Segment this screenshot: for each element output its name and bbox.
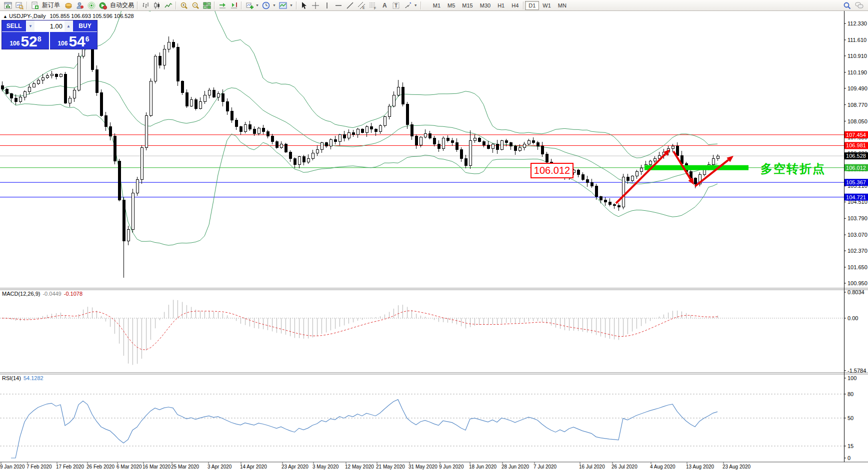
svg-text:13 Aug 2020: 13 Aug 2020 xyxy=(686,464,714,470)
chart-shift-icon[interactable] xyxy=(230,1,238,9)
svg-text:0: 0 xyxy=(848,455,850,461)
sell-button-label: SELL xyxy=(6,22,22,29)
volume-increase-button[interactable]: ▲ xyxy=(64,20,72,31)
arrows-dropdown-caret[interactable]: ▼ xyxy=(414,3,418,7)
periods-dropdown-caret[interactable]: ▼ xyxy=(272,3,276,7)
buy-button-label: BUY xyxy=(78,22,91,29)
chart-canvas[interactable]: 112.330111.610110.910110.190109.490108.7… xyxy=(0,0,868,470)
search-icon[interactable] xyxy=(842,1,851,9)
svg-text:23 Apr 2020: 23 Apr 2020 xyxy=(282,464,308,470)
line-chart-type-icon[interactable] xyxy=(164,1,172,9)
autotrade-label[interactable]: 自动交易 xyxy=(110,1,134,9)
periods-clock-icon[interactable] xyxy=(262,1,270,9)
tf-h4[interactable]: H4 xyxy=(508,1,522,10)
toolbar-separator xyxy=(241,1,242,9)
svg-text:21 May 2020: 21 May 2020 xyxy=(376,464,405,470)
svg-text:107.454: 107.454 xyxy=(846,132,866,138)
tf-mn[interactable]: MN xyxy=(554,1,570,10)
signals-icon[interactable] xyxy=(87,1,96,9)
svg-text:26 Feb 2020: 26 Feb 2020 xyxy=(86,464,115,470)
toolbar-separator xyxy=(176,1,176,9)
text-label-tool-icon[interactable]: T xyxy=(392,1,400,9)
svg-text:7 Jul 2020: 7 Jul 2020 xyxy=(534,464,557,470)
toolbar-separator xyxy=(523,1,524,9)
svg-text:16 Mar 2020: 16 Mar 2020 xyxy=(142,464,171,470)
template-dropdown-caret[interactable]: ▼ xyxy=(290,3,293,7)
tf-m1[interactable]: M1 xyxy=(430,1,444,10)
tf-h1[interactable]: H1 xyxy=(494,1,508,10)
indicator-dropdown-caret[interactable]: ▼ xyxy=(256,3,259,7)
svg-text:103.070: 103.070 xyxy=(848,232,868,238)
text-tool-icon[interactable]: A xyxy=(380,1,389,9)
tf-m15[interactable]: M15 xyxy=(458,1,476,10)
sell-price-sup: 8 xyxy=(38,35,42,43)
tf-w1[interactable]: W1 xyxy=(539,1,554,10)
svg-text:17 Feb 2020: 17 Feb 2020 xyxy=(56,464,84,470)
svg-text:14 Apr 2020: 14 Apr 2020 xyxy=(240,464,267,470)
toolbar-separator xyxy=(296,1,297,9)
horizontal-line-tool-icon[interactable] xyxy=(334,1,343,9)
trendline-tool-icon[interactable] xyxy=(346,1,354,9)
sell-price[interactable]: 106 52 8 xyxy=(2,32,50,50)
svg-text:100.950: 100.950 xyxy=(848,280,868,286)
chart-template-icon[interactable] xyxy=(279,1,288,9)
svg-text:0.00: 0.00 xyxy=(848,315,858,321)
tf-d1[interactable]: D1 xyxy=(525,1,539,10)
svg-text:-1.5784: -1.5784 xyxy=(848,368,866,374)
svg-text:3 May 2020: 3 May 2020 xyxy=(312,464,339,470)
svg-text:111.610: 111.610 xyxy=(848,37,866,43)
macd-indicator-label: MACD(12,26,9)-0.0449-0.1078 xyxy=(2,291,82,297)
tf-m5[interactable]: M5 xyxy=(444,1,458,10)
svg-text:110.910: 110.910 xyxy=(848,53,867,59)
buy-price[interactable]: 106 54 6 xyxy=(50,32,97,50)
rsi-value: 54.1282 xyxy=(24,375,44,381)
toolbar-group-services: 自动交易 xyxy=(62,0,136,11)
new-chart-window-icon[interactable] xyxy=(4,1,12,9)
sell-button[interactable]: SELL xyxy=(2,20,26,31)
market-icon[interactable] xyxy=(64,1,72,9)
chat-icon[interactable] xyxy=(855,1,864,9)
turning-point-annotation[interactable]: 多空转折点 xyxy=(760,161,826,177)
vertical-line-tool-icon[interactable] xyxy=(323,1,332,9)
sell-price-big: 52 xyxy=(20,34,37,49)
rsi-name: RSI(14) xyxy=(2,375,21,381)
fibo-glyph: F xyxy=(374,6,376,9)
buy-button[interactable]: BUY xyxy=(73,20,97,31)
label-glyph: T xyxy=(394,3,398,8)
svg-text:50: 50 xyxy=(848,415,854,421)
symbol-name: USDJPY-,Daily xyxy=(9,13,46,19)
new-order-label: 新订单 xyxy=(42,1,60,9)
svg-text:25 Mar 2020: 25 Mar 2020 xyxy=(171,464,200,470)
svg-text:105.367: 105.367 xyxy=(846,179,866,185)
tf-m30[interactable]: M30 xyxy=(476,1,494,10)
cursor-icon[interactable] xyxy=(300,1,308,9)
new-order-button[interactable]: 新订单 xyxy=(28,0,62,11)
crosshair-icon[interactable] xyxy=(312,1,320,9)
svg-text:80: 80 xyxy=(848,391,854,397)
svg-text:9 Jun 2020: 9 Jun 2020 xyxy=(439,464,464,470)
svg-text:106.528: 106.528 xyxy=(846,153,866,159)
candlestick-chart-type-icon[interactable] xyxy=(152,1,161,9)
toolbar-separator xyxy=(137,1,138,9)
arrows-tool-icon[interactable] xyxy=(404,1,412,9)
volume-input[interactable]: 1.00 xyxy=(34,22,64,30)
zoom-out-icon[interactable] xyxy=(191,1,200,9)
autotrade-icon[interactable] xyxy=(98,1,107,9)
tile-windows-icon[interactable] xyxy=(202,1,211,9)
expert-advisor-icon[interactable] xyxy=(76,1,84,9)
svg-text:109.490: 109.490 xyxy=(848,85,868,91)
zoom-in-icon[interactable] xyxy=(180,1,188,9)
toolbar-separator xyxy=(214,1,215,9)
fibonacci-tool-icon[interactable]: F xyxy=(369,1,378,9)
symbol-marker-icon: ▲ xyxy=(3,14,8,19)
rsi-indicator-label: RSI(14)54.1282 xyxy=(2,375,44,381)
svg-text:100: 100 xyxy=(848,375,856,381)
bar-chart-type-icon[interactable] xyxy=(141,1,150,9)
price-level-callout[interactable]: 106.012 xyxy=(530,163,574,178)
volume-decrease-button[interactable]: ▼ xyxy=(26,20,34,31)
svg-text:3 Apr 2020: 3 Apr 2020 xyxy=(208,464,232,470)
autoscroll-icon[interactable] xyxy=(218,1,226,9)
add-indicator-icon[interactable] xyxy=(245,1,254,9)
chart-profiles-icon[interactable] xyxy=(15,1,24,9)
equidistant-channel-tool-icon[interactable]: E xyxy=(358,1,366,9)
